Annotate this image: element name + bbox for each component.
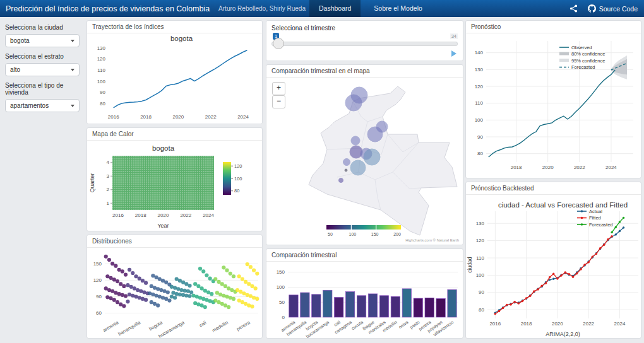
svg-text:4: 4 (107, 160, 110, 165)
svg-text:bogota: bogota (152, 144, 175, 152)
svg-text:50: 50 (328, 232, 333, 236)
share-icon[interactable] (569, 4, 578, 13)
pronostico-title: Pronóstico (466, 21, 641, 33)
pronostico-card: Pronóstico 20182020202220248090100110120… (465, 20, 641, 178)
bars-card: Comparación trimestral 050100150armeniab… (266, 248, 463, 339)
trayectoria-card: Trayectoria de los índices 2016201820202… (86, 20, 263, 124)
svg-text:Year: Year (157, 223, 169, 229)
svg-text:2016: 2016 (112, 212, 124, 218)
svg-text:2016: 2016 (108, 114, 119, 120)
slider-label: Selecciona el trimestre (266, 21, 463, 33)
svg-text:90: 90 (479, 289, 484, 295)
pronostico-chart: 20182020202220248090100110120130140Obser… (466, 33, 641, 178)
source-code-link[interactable]: Source Code (588, 4, 638, 13)
svg-text:Quarter: Quarter (89, 173, 95, 193)
comparacion-bar-chart: 050100150armeniabarranquillabogotabucara… (266, 262, 463, 339)
svg-text:ciudad: ciudad (467, 257, 473, 272)
svg-text:ARIMA(2,2,0): ARIMA(2,2,0) (546, 331, 580, 337)
slider-card: Selecciona el trimestre 1 34 (266, 20, 463, 61)
svg-text:150: 150 (277, 269, 285, 275)
chevron-down-icon (71, 105, 75, 107)
svg-text:barranquilla: barranquilla (117, 320, 142, 337)
svg-text:90: 90 (100, 90, 105, 95)
svg-text:2016: 2016 (489, 321, 501, 327)
svg-text:120: 120 (234, 163, 242, 169)
svg-text:130: 130 (475, 67, 484, 73)
map-title: Comparación trimestral en el mapa (266, 65, 463, 78)
svg-text:2022: 2022 (574, 165, 585, 170)
svg-text:2020: 2020 (172, 114, 184, 120)
svg-text:90: 90 (477, 134, 483, 140)
map-zoom-out-button[interactable]: − (272, 95, 285, 108)
distribuciones-chart: 6090120150armeniabarranquillabogotabucar… (87, 248, 262, 339)
svg-text:95% confidence: 95% confidence (571, 58, 605, 64)
tipo-vivienda-select[interactable]: apartamentos (5, 99, 80, 112)
svg-text:120: 120 (475, 84, 484, 90)
slider-max-label: 34 (450, 33, 458, 39)
tab-dashboard[interactable]: Dashboard (309, 0, 361, 17)
trimestre-slider-track[interactable] (271, 42, 458, 46)
play-button[interactable] (451, 50, 456, 57)
chevron-down-icon (71, 69, 75, 71)
svg-text:100: 100 (475, 117, 484, 123)
estrato-select[interactable]: alto (5, 63, 80, 76)
svg-text:120: 120 (476, 238, 485, 243)
svg-text:100: 100 (97, 79, 106, 84)
svg-text:2020: 2020 (542, 165, 554, 170)
svg-text:ciudad - Actual vs Forecasted: ciudad - Actual vs Forecasted and Fitted (498, 201, 628, 209)
svg-text:80: 80 (234, 188, 239, 194)
svg-text:2020: 2020 (158, 212, 169, 218)
colombia-map[interactable]: 50100150200Highcharts.com © Natural Eart… (266, 78, 463, 245)
distribuciones-card: Distribuciones 6090120150armeniabarranqu… (86, 235, 263, 339)
heatmap-card: Mapa de Calor bogota20162018202020222024… (86, 127, 263, 231)
heatmap-chart: bogota201620182020202220241234YearQuarte… (87, 141, 262, 231)
svg-text:2020: 2020 (552, 321, 563, 327)
svg-text:80% confidence: 80% confidence (571, 51, 605, 57)
bars-title: Comparación trimestral (266, 249, 463, 262)
city-label: Selecciona la ciudad (5, 24, 80, 31)
github-icon (588, 4, 596, 13)
svg-text:60: 60 (96, 310, 102, 316)
map-zoom-in-button[interactable]: + (272, 82, 285, 95)
trimestre-slider-handle[interactable] (273, 38, 284, 49)
map-card: Comparación trimestral en el mapa + − 50… (266, 64, 463, 245)
svg-text:2024: 2024 (203, 212, 214, 218)
backtested-chart: 201620182020202220248090100110120130ciud… (466, 195, 641, 339)
svg-text:1: 1 (107, 201, 110, 206)
svg-text:2022: 2022 (180, 212, 191, 218)
svg-text:50: 50 (279, 299, 285, 305)
svg-text:80: 80 (477, 151, 483, 156)
svg-text:pereira: pereira (236, 320, 251, 332)
svg-text:2024: 2024 (605, 165, 617, 170)
svg-text:100: 100 (349, 232, 356, 236)
trayectoria-chart: 201620182020202220248090100110120130bogo… (87, 33, 262, 124)
svg-text:Fitted: Fitted (589, 215, 601, 221)
svg-text:80: 80 (100, 101, 105, 107)
svg-text:90: 90 (96, 294, 102, 299)
svg-text:Observed: Observed (571, 45, 592, 50)
app-title: Predicción del índice de precios de vivi… (0, 4, 210, 13)
navbar: Predicción del índice de precios de vivi… (0, 0, 644, 17)
svg-text:Forecasted: Forecasted (571, 64, 595, 70)
backtested-card: Prónostico Backtested 201620182020202220… (465, 182, 641, 339)
heatmap-title: Mapa de Calor (87, 128, 262, 141)
svg-text:2022: 2022 (583, 321, 594, 327)
svg-text:3: 3 (107, 173, 110, 179)
svg-text:medellin: medellin (211, 320, 229, 334)
svg-text:Forecasted: Forecasted (589, 222, 613, 228)
svg-text:130: 130 (476, 221, 485, 226)
svg-text:100: 100 (234, 176, 242, 182)
svg-text:130: 130 (97, 45, 106, 51)
trayectoria-title: Trayectoria de los índices (87, 21, 262, 33)
chevron-down-icon (71, 40, 75, 42)
svg-text:2018: 2018 (135, 212, 146, 218)
tab-sobre-el-modelo[interactable]: Sobre el Modelo (364, 0, 431, 17)
svg-text:2024: 2024 (237, 114, 249, 120)
svg-text:cucuta: cucuta (350, 320, 364, 331)
svg-text:120: 120 (93, 277, 102, 283)
svg-text:0: 0 (282, 315, 285, 320)
city-select[interactable]: bogota (5, 34, 80, 47)
svg-text:armenia: armenia (102, 320, 120, 334)
svg-text:110: 110 (97, 67, 105, 73)
svg-text:2024: 2024 (614, 321, 626, 327)
